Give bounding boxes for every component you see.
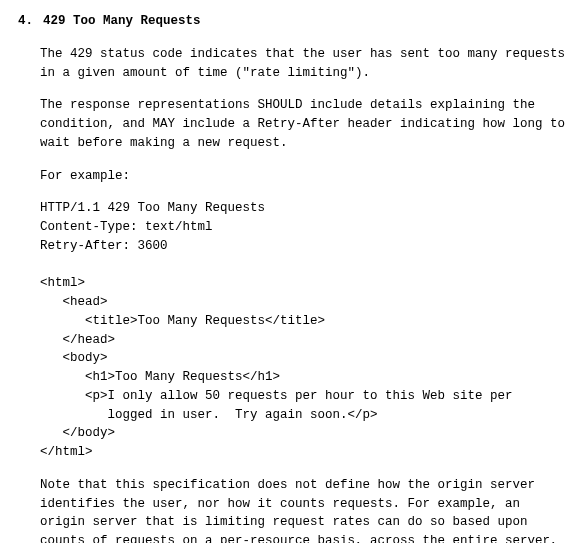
paragraph-should: The response representations SHOULD incl…: [40, 96, 569, 152]
section-title: 429 Too Many Requests: [43, 14, 201, 28]
example-code-block: HTTP/1.1 429 Too Many Requests Content-T…: [40, 199, 569, 462]
section-number: 4.: [18, 14, 33, 28]
section-body: The 429 status code indicates that the u…: [40, 45, 569, 543]
section-header: 4.429 Too Many Requests: [18, 12, 569, 31]
paragraph-intro: The 429 status code indicates that the u…: [40, 45, 569, 83]
paragraph-note: Note that this specification does not de…: [40, 476, 569, 543]
paragraph-example-label: For example:: [40, 167, 569, 186]
